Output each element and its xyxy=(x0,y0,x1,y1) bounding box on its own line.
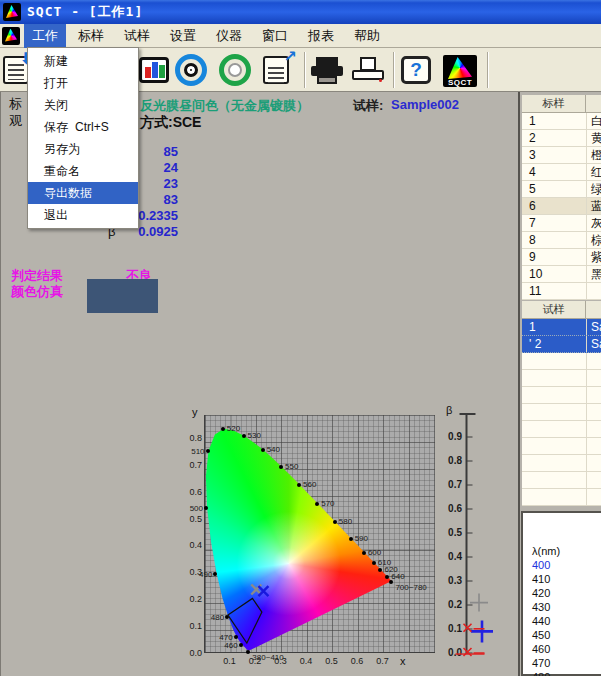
right-panel: 标样 1白2黄3橙4红5绿6▪蓝7灰8棕9紫10黑11 试样 1Sample00… xyxy=(518,92,601,676)
y-tick: 0.4 xyxy=(180,540,202,550)
title-bar[interactable]: SQCT - [工作1] xyxy=(0,0,601,24)
wavelength-label: 570 xyxy=(321,499,334,508)
color-simulation-label: 颜色仿真 xyxy=(11,283,63,301)
menu-item-另存为[interactable]: 另存为 xyxy=(28,138,138,160)
samples-row-2[interactable]: ' 2Sample002 xyxy=(522,336,601,353)
menubar-item-设置[interactable]: 设置 xyxy=(162,24,204,48)
work-menu-dropdown: 新建打开关闭保存Ctrl+S另存为重命名导出数据退出 xyxy=(27,47,139,229)
standards-header-cell[interactable]: 标样 xyxy=(522,95,586,112)
samples-empty-row[interactable] xyxy=(522,455,601,472)
wavelength-value[interactable]: 440 xyxy=(532,614,601,628)
wavelength-panel[interactable]: λ(nm) 400410420430440450460470480490 xyxy=(521,511,601,676)
wavelength-value[interactable]: 470 xyxy=(532,656,601,670)
chart-view-button[interactable] xyxy=(138,53,172,87)
spectral-locus-point xyxy=(333,520,337,524)
standards-row-11[interactable]: 11 xyxy=(522,283,601,300)
samples-empty-row[interactable] xyxy=(522,387,601,404)
menubar-item-工作[interactable]: 工作 xyxy=(24,24,66,48)
sample-name: Sample002 xyxy=(391,97,459,112)
spectral-locus-point xyxy=(206,449,210,453)
menubar-item-标样[interactable]: 标样 xyxy=(70,24,112,48)
menu-item-退出[interactable]: 退出 xyxy=(28,204,138,226)
document-icon[interactable] xyxy=(2,27,20,45)
measurement-mode: 方式:SCE xyxy=(140,114,201,132)
measure-standard-button[interactable] xyxy=(174,53,208,87)
wavelength-value[interactable]: 480 xyxy=(532,670,601,676)
y-tick: 0.6 xyxy=(180,487,202,497)
beta-tick: 0.2 xyxy=(438,599,462,610)
samples-empty-row[interactable] xyxy=(522,489,601,506)
export-report-button[interactable]: ↗ xyxy=(261,53,295,87)
samples-row-1[interactable]: 1Sample001 xyxy=(522,319,601,336)
menu-item-新建[interactable]: 新建 xyxy=(28,50,138,72)
y-axis-label: y xyxy=(192,406,198,418)
menu-item-打开[interactable]: 打开 xyxy=(28,72,138,94)
standards-row-2[interactable]: 2黄 xyxy=(522,130,601,147)
chromaticity-diagram[interactable] xyxy=(204,415,435,653)
wavelength-label: 530 xyxy=(248,431,261,440)
help-button[interactable]: ? xyxy=(399,53,433,87)
wavelength-label: 600 xyxy=(368,548,381,557)
samples-empty-row[interactable] xyxy=(522,438,601,455)
beta-tick: 0.9 xyxy=(438,431,462,442)
wavelength-label: 510 xyxy=(175,447,205,456)
standards-row-1[interactable]: 1白 xyxy=(522,113,601,130)
measure-sample-icon xyxy=(219,54,251,86)
standards-row-3[interactable]: 3橙 xyxy=(522,147,601,164)
menu-item-重命名[interactable]: 重命名 xyxy=(28,160,138,182)
menubar-item-报表[interactable]: 报表 xyxy=(300,24,342,48)
window-title: SQCT - [工作1] xyxy=(27,3,143,21)
sqct-window: SQCT - [工作1] 工作标样试样设置仪器窗口报表帮助 ⬇ ↗ xyxy=(0,0,601,676)
samples-empty-row[interactable] xyxy=(522,472,601,489)
menubar-item-仪器[interactable]: 仪器 xyxy=(208,24,250,48)
menubar-item-帮助[interactable]: 帮助 xyxy=(346,24,388,48)
standards-row-9[interactable]: 9紫 xyxy=(522,249,601,266)
wavelength-value[interactable]: 400 xyxy=(532,558,601,572)
measure-sample-button[interactable] xyxy=(218,53,252,87)
samples-empty-row[interactable] xyxy=(522,370,601,387)
menu-item-关闭[interactable]: 关闭 xyxy=(28,94,138,116)
wavelength-value[interactable]: 410 xyxy=(532,572,601,586)
print-preview-button[interactable] xyxy=(351,53,385,87)
spectral-locus-point xyxy=(372,561,376,565)
about-sqct-button[interactable]: SQCT xyxy=(443,53,477,87)
beta-tick: 0.0 xyxy=(438,647,462,658)
samples-header-cell[interactable]: 试样 xyxy=(522,301,586,318)
menubar-item-窗口[interactable]: 窗口 xyxy=(254,24,296,48)
cie-horseshoe xyxy=(205,415,435,652)
menu-item-导出数据[interactable]: 导出数据 xyxy=(28,182,138,204)
samples-empty-row[interactable] xyxy=(522,421,601,438)
toolbar-separator xyxy=(304,52,306,88)
wavelength-value[interactable]: 450 xyxy=(532,628,601,642)
standards-row-10[interactable]: 10黑 xyxy=(522,266,601,283)
print-button[interactable] xyxy=(310,53,344,87)
standards-header-cell2[interactable] xyxy=(586,95,601,112)
standards-row-5[interactable]: 5绿 xyxy=(522,181,601,198)
menubar-item-试样[interactable]: 试样 xyxy=(116,24,158,48)
beta-tick: 0.6 xyxy=(438,503,462,514)
toolbar-separator xyxy=(393,52,395,88)
toolbar-separator xyxy=(487,52,489,88)
x-tick: 0.4 xyxy=(295,656,317,666)
samples-table-header[interactable]: 试样 xyxy=(522,301,601,319)
samples-header-cell2[interactable] xyxy=(586,301,601,318)
wavelength-value[interactable]: 430 xyxy=(532,600,601,614)
standards-row-7[interactable]: 7灰 xyxy=(522,215,601,232)
wavelength-value[interactable]: 420 xyxy=(532,586,601,600)
y-tick: 0.2 xyxy=(180,594,202,604)
standards-row-4[interactable]: 4红 xyxy=(522,164,601,181)
standards-row-8[interactable]: 8棕 xyxy=(522,232,601,249)
spectral-locus-point xyxy=(221,427,225,431)
menu-item-保存[interactable]: 保存Ctrl+S xyxy=(28,116,138,138)
standards-row-6[interactable]: 6▪蓝 xyxy=(522,198,601,215)
samples-empty-row[interactable] xyxy=(522,404,601,421)
sqct-logo-icon: SQCT xyxy=(443,55,477,87)
wavelength-label: 550 xyxy=(285,462,298,471)
standards-table-header[interactable]: 标样 xyxy=(522,95,601,113)
beta-tick: 0.5 xyxy=(438,527,462,538)
y-tick: 0.7 xyxy=(180,460,202,470)
samples-empty-row[interactable] xyxy=(522,353,601,370)
beta-tick: 0.8 xyxy=(438,455,462,466)
wavelength-value[interactable]: 460 xyxy=(532,642,601,656)
measure-standard-icon xyxy=(175,54,207,86)
